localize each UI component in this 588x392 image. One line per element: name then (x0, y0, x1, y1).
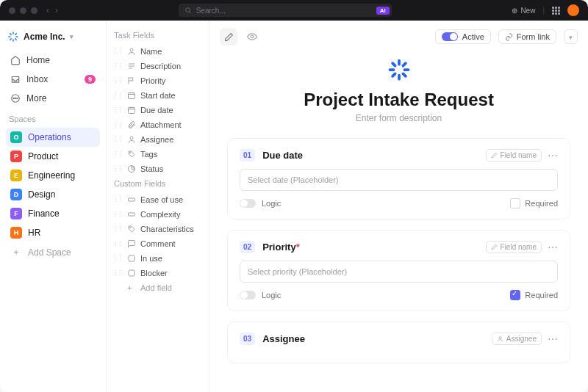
top-bar: ‹ › Search... AI ⊕ New | (0, 0, 588, 21)
add-field-button[interactable]: ⋮⋮ + Add field (111, 280, 204, 295)
field-type-icon (127, 106, 136, 115)
space-item-engineering[interactable]: EEngineering (6, 166, 100, 185)
field-status[interactable]: ⋮⋮Status (111, 161, 204, 176)
drag-handle-icon[interactable]: ⋮⋮ (112, 150, 123, 158)
field-comment[interactable]: ⋮⋮Comment (111, 236, 204, 251)
card-title[interactable]: Due date (262, 150, 303, 161)
preview-mode-button[interactable] (243, 28, 261, 46)
card-title[interactable]: Priority* (262, 242, 300, 253)
card-menu-icon[interactable]: ⋯ (548, 333, 558, 345)
field-label: Assignee (140, 135, 173, 144)
drag-handle-icon[interactable]: ⋮⋮ (112, 92, 123, 99)
space-icon: F (10, 208, 22, 219)
field-placeholder-input[interactable]: Select priority (Placeholder) (240, 261, 558, 283)
drag-handle-icon[interactable]: ⋮⋮ (112, 255, 123, 262)
field-name-chip[interactable]: Field name (486, 149, 542, 161)
field-description[interactable]: ⋮⋮Description (111, 59, 204, 73)
form-field-card[interactable]: 01 Due date Field name ⋯ Select date (Pl… (227, 138, 570, 219)
drag-handle-icon[interactable]: ⋮⋮ (112, 225, 123, 233)
drag-handle-icon[interactable]: ⋮⋮ (112, 77, 123, 84)
field-name-chip[interactable]: Field name (486, 241, 542, 253)
field-due-date[interactable]: ⋮⋮Due date (111, 103, 204, 117)
space-label: HR (28, 228, 40, 238)
logic-toggle[interactable] (240, 199, 256, 208)
space-label: Design (28, 189, 55, 200)
space-icon: D (10, 189, 22, 200)
drag-handle-icon[interactable]: ⋮⋮ (112, 269, 123, 277)
space-item-operations[interactable]: OOperations (6, 128, 100, 147)
drag-handle-icon[interactable]: ⋮⋮ (112, 121, 123, 128)
back-icon[interactable]: ‹ (46, 5, 49, 15)
nav-arrows[interactable]: ‹ › (46, 5, 58, 15)
drag-handle-icon[interactable]: ⋮⋮ (112, 165, 123, 173)
nav-inbox[interactable]: Inbox 9 (6, 70, 100, 88)
space-item-hr[interactable]: HHR (6, 223, 100, 242)
chevron-down-icon: ▾ (569, 34, 573, 41)
logic-toggle[interactable] (240, 291, 256, 300)
required-checkbox[interactable]: Required (510, 198, 558, 208)
field-ease-of-use[interactable]: ⋮⋮Ease of use (111, 192, 204, 207)
avatar[interactable] (567, 4, 579, 16)
plus-icon: ⊕ (512, 7, 517, 15)
field-label: Ease of use (140, 195, 183, 204)
space-item-finance[interactable]: FFinance (6, 204, 100, 223)
window-controls[interactable] (9, 7, 37, 14)
space-item-product[interactable]: PProduct (6, 147, 100, 166)
search-input[interactable]: Search... AI (179, 4, 392, 17)
field-attachment[interactable]: ⋮⋮Attachment (111, 117, 204, 132)
card-menu-icon[interactable]: ⋯ (548, 242, 558, 253)
field-priority[interactable]: ⋮⋮Priority (111, 73, 204, 88)
logic-label: Logic (262, 291, 281, 300)
field-label: Characteristics (140, 225, 194, 233)
field-type-icon (127, 135, 136, 144)
drag-handle-icon[interactable]: ⋮⋮ (112, 211, 123, 218)
field-assignee[interactable]: ⋮⋮Assignee (111, 132, 204, 147)
form-title[interactable]: Project Intake Request (227, 90, 570, 110)
field-label: Blocker (140, 269, 168, 277)
drag-handle-icon[interactable]: ⋮⋮ (112, 240, 123, 247)
field-in-use[interactable]: ⋮⋮In use (111, 251, 204, 266)
space-label: Engineering (28, 170, 75, 181)
required-checkbox[interactable]: Required (510, 290, 558, 300)
space-icon: E (10, 170, 22, 181)
drag-handle-icon[interactable]: ⋮⋮ (112, 196, 123, 203)
add-space-button[interactable]: + Add Space (6, 244, 100, 261)
apps-icon[interactable] (552, 7, 560, 15)
drag-handle-icon[interactable]: ⋮⋮ (112, 62, 123, 70)
active-toggle[interactable]: Active (435, 29, 491, 44)
field-characteristics[interactable]: ⋮⋮Characteristics (111, 222, 204, 236)
form-link-button[interactable]: Form link (498, 29, 556, 44)
field-type-icon (127, 150, 136, 159)
svg-rect-15 (129, 270, 135, 276)
field-name[interactable]: ⋮⋮Name (111, 44, 204, 59)
drag-handle-icon[interactable]: ⋮⋮ (112, 136, 123, 143)
field-tags[interactable]: ⋮⋮Tags (111, 147, 204, 161)
svg-rect-6 (129, 93, 135, 99)
edit-mode-button[interactable] (220, 28, 237, 46)
card-title[interactable]: Assignee (262, 333, 305, 344)
inbox-icon (10, 74, 21, 84)
field-name-chip[interactable]: Assignee (492, 333, 542, 345)
field-complexity[interactable]: ⋮⋮Complexity (111, 207, 204, 222)
field-blocker[interactable]: ⋮⋮Blocker (111, 266, 204, 280)
card-menu-icon[interactable]: ⋯ (548, 150, 558, 161)
new-button[interactable]: ⊕ New (512, 7, 535, 15)
space-label: Product (28, 151, 58, 161)
field-start-date[interactable]: ⋮⋮Start date (111, 88, 204, 103)
ai-badge[interactable]: AI (376, 7, 390, 15)
form-description[interactable]: Enter form description (227, 113, 570, 123)
form-field-card[interactable]: 02 Priority* Field name ⋯ Select priorit… (227, 230, 570, 311)
nav-more[interactable]: More (6, 90, 100, 107)
forward-icon[interactable]: › (55, 5, 58, 15)
space-item-design[interactable]: DDesign (6, 185, 100, 204)
form-field-card[interactable]: 03 Assignee Assignee ⋯ (227, 322, 570, 363)
form-link-menu[interactable]: ▾ (564, 29, 578, 44)
field-placeholder-input[interactable]: Select date (Placeholder) (240, 169, 558, 191)
workspace-switcher[interactable]: Acme Inc. ▾ (6, 28, 100, 46)
svg-point-16 (251, 35, 254, 38)
eye-icon (247, 32, 257, 42)
drag-handle-icon[interactable]: ⋮⋮ (112, 106, 123, 114)
nav-home[interactable]: Home (6, 51, 100, 69)
field-label: Complexity (140, 210, 180, 219)
drag-handle-icon[interactable]: ⋮⋮ (112, 48, 123, 55)
